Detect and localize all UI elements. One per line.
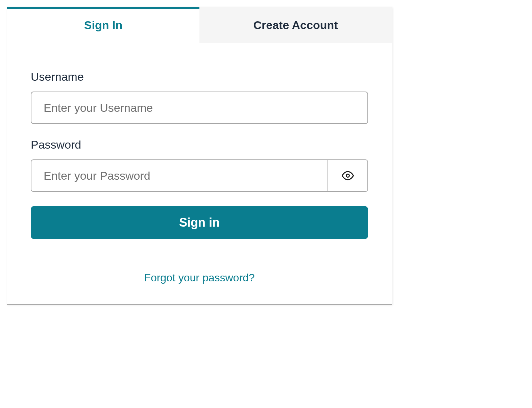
username-label: Username (31, 70, 368, 83)
forgot-password-link[interactable]: Forgot your password? (144, 272, 255, 284)
password-label: Password (31, 138, 368, 151)
auth-tabs: Sign In Create Account (7, 7, 392, 43)
tab-create-account[interactable]: Create Account (199, 7, 392, 43)
password-wrapper (31, 159, 368, 192)
auth-card: Sign In Create Account Username Password (7, 7, 392, 305)
sign-in-form: Username Password Sign in Forgot your pa… (7, 43, 392, 304)
tab-sign-in[interactable]: Sign In (7, 7, 199, 43)
sign-in-button[interactable]: Sign in (31, 206, 368, 239)
toggle-password-button[interactable] (328, 160, 367, 191)
password-input[interactable] (31, 160, 328, 191)
username-group: Username (31, 70, 368, 124)
eye-icon (342, 170, 354, 182)
svg-point-0 (346, 174, 349, 177)
username-input[interactable] (31, 92, 368, 124)
forgot-link-wrap: Forgot your password? (31, 272, 368, 284)
password-group: Password (31, 138, 368, 192)
